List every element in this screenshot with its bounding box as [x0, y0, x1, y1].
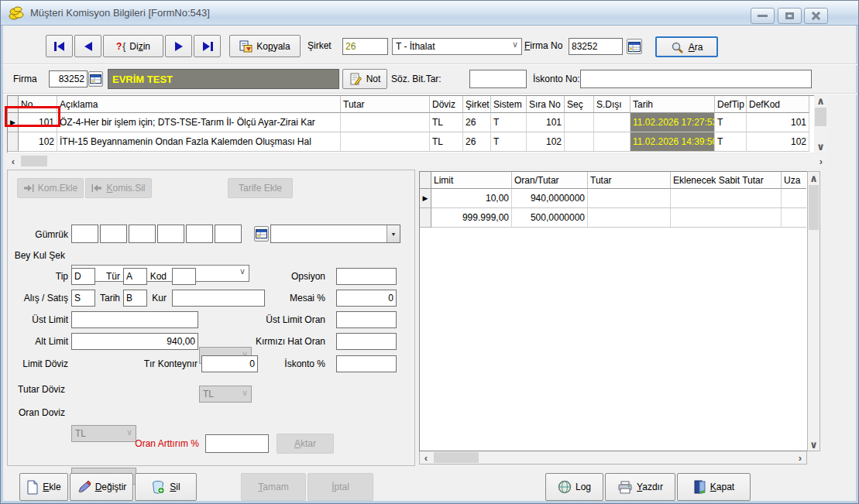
iskonto-input[interactable]	[336, 355, 397, 372]
alis-satis-label: Alış / Satış	[8, 293, 68, 303]
col-header-deftip[interactable]: DefTip	[715, 96, 747, 113]
firma-no-input[interactable]	[569, 38, 623, 55]
app-window: Müşteri Komisyon Bilgileri [FormNo:543] …	[0, 0, 859, 504]
bey-kul-sek-label: Bey Kul Şek	[8, 250, 65, 261]
table-row[interactable]: ▶ 10,00 940,0000000	[420, 189, 807, 208]
nav-first-button[interactable]	[46, 35, 73, 57]
scroll-right-icon[interactable]: ›	[815, 155, 827, 167]
row-selector-cell	[420, 208, 431, 228]
col-header-sec[interactable]: Seç	[565, 96, 594, 113]
ust-limit-oran-label: Üst Limit Oran	[256, 314, 325, 325]
col-header-defkod[interactable]: DefKod	[747, 96, 809, 113]
scroll-thumb[interactable]	[434, 452, 479, 463]
col-header-uzak[interactable]: Uza	[782, 172, 806, 189]
scroll-down-icon[interactable]: ∨	[814, 141, 827, 153]
kirmizi-hat-oran-input[interactable]	[336, 333, 397, 350]
soz-bit-tar-input[interactable]	[469, 70, 527, 88]
kapat-button[interactable]: Kapat	[677, 473, 751, 501]
scroll-right-icon[interactable]: ›	[794, 451, 806, 464]
komis-sil-button[interactable]: Komis.Sil	[85, 178, 152, 198]
nav-prev-button[interactable]	[74, 35, 101, 57]
sil-button[interactable]: Sil	[135, 473, 197, 501]
title-bar[interactable]: Müşteri Komisyon Bilgileri [FormNo:543]	[1, 1, 859, 26]
gumruk-input-5[interactable]	[186, 225, 213, 243]
scroll-up-icon[interactable]: ∧	[808, 172, 819, 184]
gumruk-input-1[interactable]	[71, 225, 98, 243]
gumruk-lookup-button[interactable]	[254, 226, 269, 242]
kom-ekle-button[interactable]: Kom.Ekle	[17, 178, 84, 198]
opsiyon-input[interactable]	[336, 268, 397, 285]
degistir-button[interactable]: Değiştir	[70, 473, 133, 501]
mesai-input[interactable]	[336, 290, 397, 307]
oran-arttirim-input[interactable]	[205, 434, 269, 453]
col-header-tutar[interactable]: Tutar	[588, 172, 671, 189]
detail-grid-hscrollbar[interactable]: ‹ ›	[419, 451, 807, 465]
tir-konteynir-input[interactable]	[201, 355, 258, 372]
ara-button[interactable]: Ara	[655, 36, 718, 57]
gumruk-combobox-value	[271, 228, 274, 239]
kur-input[interactable]	[172, 290, 265, 307]
kopyala-button[interactable]: Kopyala	[229, 35, 301, 57]
new-page-icon	[26, 480, 39, 495]
nav-last-button[interactable]	[194, 35, 221, 57]
col-header-sirket[interactable]: Şirket	[463, 96, 491, 113]
not-button[interactable]: Not	[342, 69, 387, 89]
scroll-thumb[interactable]	[21, 156, 47, 166]
ekle-button[interactable]: Ekle	[19, 473, 68, 501]
gumruk-input-6[interactable]	[215, 225, 242, 243]
maximize-button[interactable]	[778, 8, 802, 24]
iskonto-no-input[interactable]	[580, 70, 812, 88]
firma-name-lookup-button[interactable]	[88, 71, 103, 87]
not-label: Not	[366, 74, 381, 84]
minimize-button[interactable]	[751, 8, 775, 24]
yazdir-button[interactable]: Yazdır	[605, 473, 675, 501]
log-button[interactable]: Log	[545, 473, 603, 501]
kod-input[interactable]	[172, 268, 196, 285]
iptal-button[interactable]: İptal	[308, 473, 373, 501]
gumruk-input-3[interactable]	[129, 225, 156, 243]
ust-limit-oran-input[interactable]	[336, 311, 397, 328]
col-header-oran-tutar[interactable]: Oran/Tutar	[512, 172, 588, 189]
gumruk-combobox[interactable]: ▼	[270, 225, 400, 243]
scroll-left-icon[interactable]: ‹	[7, 155, 19, 167]
table-row[interactable]: ▶ 101 ÖZ-4-Her bir işlem için; DTS-TSE-T…	[8, 113, 814, 132]
table-row[interactable]: 999.999,00 500,0000000	[420, 208, 807, 228]
aktar-button[interactable]: Aktar	[277, 434, 334, 454]
dropdown-arrow-icon[interactable]: ▼	[387, 225, 400, 242]
firma-lookup-button[interactable]	[627, 39, 642, 54]
type-combobox[interactable]: T - İthalat ∨	[392, 38, 522, 55]
dizin-button[interactable]: ?{ Dizin	[103, 35, 163, 57]
tamam-button[interactable]: Tamam	[241, 473, 306, 501]
detail-grid-vscrollbar[interactable]: ∧ ∨	[807, 171, 820, 451]
scroll-left-icon[interactable]: ‹	[420, 451, 432, 464]
commission-grid-header: No Açıklama Tutar Döviz Şirket Sistem Sı…	[8, 96, 814, 113]
col-header-aciklama[interactable]: Açıklama	[57, 96, 341, 113]
chevron-down-icon: ∨	[512, 39, 518, 50]
main-grid-vscrollbar[interactable]: ∧ ∨	[814, 95, 827, 153]
kur-label: Kur	[132, 293, 167, 303]
col-header-doviz[interactable]: Döviz	[430, 96, 463, 113]
col-header-tarih[interactable]: Tarih	[631, 96, 715, 113]
col-header-sabit-tutar[interactable]: Eklenecek Sabit Tutar	[671, 172, 782, 189]
nav-next-button[interactable]	[165, 35, 192, 57]
col-header-limit[interactable]: Limit	[431, 172, 512, 189]
scroll-thumb[interactable]	[809, 185, 819, 230]
col-header-sistem[interactable]: Sistem	[491, 96, 527, 113]
gumruk-input-2[interactable]	[100, 225, 127, 243]
sirket-input[interactable]	[342, 38, 388, 55]
main-grid-hscrollbar[interactable]: ‹ ›	[7, 155, 827, 167]
col-header-tutar[interactable]: Tutar	[341, 96, 430, 113]
scroll-down-icon[interactable]: ∨	[808, 438, 819, 451]
scroll-thumb[interactable]	[815, 108, 826, 126]
tarife-ekle-button[interactable]: Tarife Ekle	[228, 178, 293, 198]
gumruk-input-4[interactable]	[157, 225, 184, 243]
alt-limit-input[interactable]	[71, 333, 198, 350]
col-header-sira-no[interactable]: Sıra No	[527, 96, 565, 113]
commission-form-panel: Kom.Ekle Komis.Sil Tarife Ekle Gümrük	[7, 170, 415, 466]
table-row[interactable]: 102 İTH-15 Beyannamenin Ondan Fazla Kale…	[8, 132, 814, 152]
firma-input[interactable]	[49, 70, 88, 87]
col-header-s-disi[interactable]: S.Dışı	[594, 96, 631, 113]
close-button[interactable]	[804, 8, 828, 24]
ust-limit-input[interactable]	[71, 311, 198, 328]
scroll-up-icon[interactable]: ∧	[814, 95, 827, 107]
